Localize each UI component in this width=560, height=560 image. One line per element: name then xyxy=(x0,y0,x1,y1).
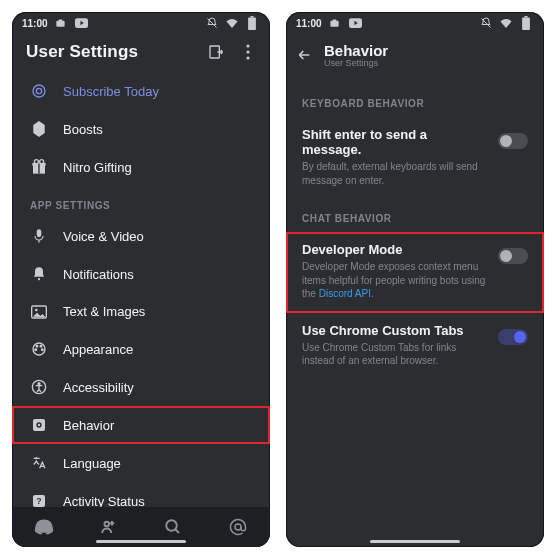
row-accessibility[interactable]: Accessibility xyxy=(12,368,270,406)
row-label: Voice & Video xyxy=(63,229,144,244)
row-label: Activity Status xyxy=(63,494,145,508)
nav-friends-icon[interactable] xyxy=(99,517,119,537)
svg-rect-16 xyxy=(37,229,42,237)
page-title: Behavior xyxy=(324,42,388,59)
setting-developer-mode[interactable]: Developer Mode Developer Mode exposes co… xyxy=(286,232,544,313)
nav-discord-icon[interactable] xyxy=(34,517,54,537)
setting-title: Shift enter to send a message. xyxy=(302,127,488,157)
setting-description: By default, external keyboards will send… xyxy=(302,160,488,187)
setting-description: Developer Mode exposes context menu item… xyxy=(302,260,488,301)
section-app-settings: APP SETTINGS xyxy=(12,186,270,217)
svg-rect-39 xyxy=(524,16,527,18)
svg-point-10 xyxy=(36,88,41,93)
svg-point-8 xyxy=(246,56,249,59)
back-icon[interactable] xyxy=(296,47,312,63)
wifi-icon xyxy=(498,15,514,31)
activity-icon: ? xyxy=(30,493,48,507)
row-activity-status[interactable]: ? Activity Status xyxy=(12,482,270,507)
more-icon[interactable] xyxy=(240,44,256,60)
row-behavior[interactable]: Behavior xyxy=(12,406,270,444)
youtube-icon xyxy=(348,15,364,31)
svg-point-29 xyxy=(38,424,40,426)
silent-icon xyxy=(204,15,220,31)
target-icon xyxy=(30,83,48,99)
camera-icon xyxy=(327,15,343,31)
row-label: Accessibility xyxy=(63,380,134,395)
row-nitro-gifting[interactable]: Nitro Gifting xyxy=(12,148,270,186)
svg-point-23 xyxy=(35,349,37,351)
youtube-icon xyxy=(74,15,90,31)
svg-rect-38 xyxy=(522,18,530,30)
setting-description: Use Chrome Custom Tabs for links instead… xyxy=(302,341,488,368)
row-label: Appearance xyxy=(63,342,133,357)
status-time: 11:00 xyxy=(22,18,48,29)
nav-mentions-icon[interactable] xyxy=(228,517,248,537)
status-bar: 11:00 xyxy=(12,12,270,34)
svg-point-15 xyxy=(40,160,44,164)
status-time: 11:00 xyxy=(296,18,322,29)
cog-icon xyxy=(30,417,48,433)
content: KEYBOARD BEHAVIOR Shift enter to send a … xyxy=(286,78,544,547)
page-subtitle: User Settings xyxy=(324,58,388,68)
svg-point-34 xyxy=(235,524,241,530)
phone-right-behavior: 11:00 Behavior User Settings xyxy=(286,12,544,547)
status-bar: 11:00 xyxy=(286,12,544,34)
row-label: Boosts xyxy=(63,122,103,137)
svg-point-7 xyxy=(246,50,249,53)
phone-left-user-settings: 11:00 User Settings xyxy=(12,12,270,547)
row-label: Subscribe Today xyxy=(63,84,159,99)
svg-point-19 xyxy=(35,308,38,311)
svg-rect-13 xyxy=(38,163,39,174)
svg-point-6 xyxy=(246,44,249,47)
palette-icon xyxy=(30,341,48,357)
svg-rect-36 xyxy=(333,19,337,21)
row-notifications[interactable]: Notifications xyxy=(12,255,270,293)
battery-icon xyxy=(244,15,260,31)
svg-point-22 xyxy=(40,346,42,348)
language-icon xyxy=(30,455,48,471)
svg-text:?: ? xyxy=(36,496,41,506)
settings-list: Subscribe Today Boosts Nitro Gifting APP… xyxy=(12,72,270,507)
gift-icon xyxy=(30,159,48,175)
nav-search-icon[interactable] xyxy=(163,517,183,537)
svg-point-32 xyxy=(104,522,109,527)
svg-point-21 xyxy=(36,346,38,348)
discord-api-link[interactable]: Discord API xyxy=(319,288,371,299)
svg-rect-1 xyxy=(59,19,63,21)
header: Behavior User Settings xyxy=(286,34,544,78)
row-voice-video[interactable]: Voice & Video xyxy=(12,217,270,255)
accessibility-icon xyxy=(30,379,48,395)
setting-title: Use Chrome Custom Tabs xyxy=(302,323,488,338)
toggle-developer-mode[interactable] xyxy=(498,248,528,264)
boost-icon xyxy=(30,121,48,137)
svg-point-24 xyxy=(42,349,44,351)
row-language[interactable]: Language xyxy=(12,444,270,482)
row-label: Text & Images xyxy=(63,304,145,319)
row-label: Language xyxy=(63,456,121,471)
svg-rect-3 xyxy=(248,18,256,30)
svg-point-33 xyxy=(167,520,178,531)
setting-shift-enter[interactable]: Shift enter to send a message. By defaul… xyxy=(286,117,544,199)
header: User Settings xyxy=(12,34,270,72)
setting-chrome-tabs[interactable]: Use Chrome Custom Tabs Use Chrome Custom… xyxy=(286,313,544,380)
toggle-chrome-tabs[interactable] xyxy=(498,329,528,345)
export-icon[interactable] xyxy=(208,44,224,60)
toggle-shift-enter[interactable] xyxy=(498,133,528,149)
nav-pill xyxy=(370,540,460,543)
camera-icon xyxy=(53,15,69,31)
section-chat-behavior: CHAT BEHAVIOR xyxy=(286,199,544,232)
row-appearance[interactable]: Appearance xyxy=(12,330,270,368)
row-label: Notifications xyxy=(63,267,134,282)
svg-point-26 xyxy=(38,383,40,385)
row-subscribe-today[interactable]: Subscribe Today xyxy=(12,72,270,110)
row-text-images[interactable]: Text & Images xyxy=(12,293,270,330)
svg-point-9 xyxy=(33,85,45,97)
wifi-icon xyxy=(224,15,240,31)
svg-point-17 xyxy=(38,278,40,280)
nav-pill xyxy=(96,540,186,543)
svg-point-14 xyxy=(34,160,38,164)
setting-title: Developer Mode xyxy=(302,242,488,257)
row-boosts[interactable]: Boosts xyxy=(12,110,270,148)
section-keyboard-behavior: KEYBOARD BEHAVIOR xyxy=(286,84,544,117)
svg-rect-0 xyxy=(56,20,64,26)
